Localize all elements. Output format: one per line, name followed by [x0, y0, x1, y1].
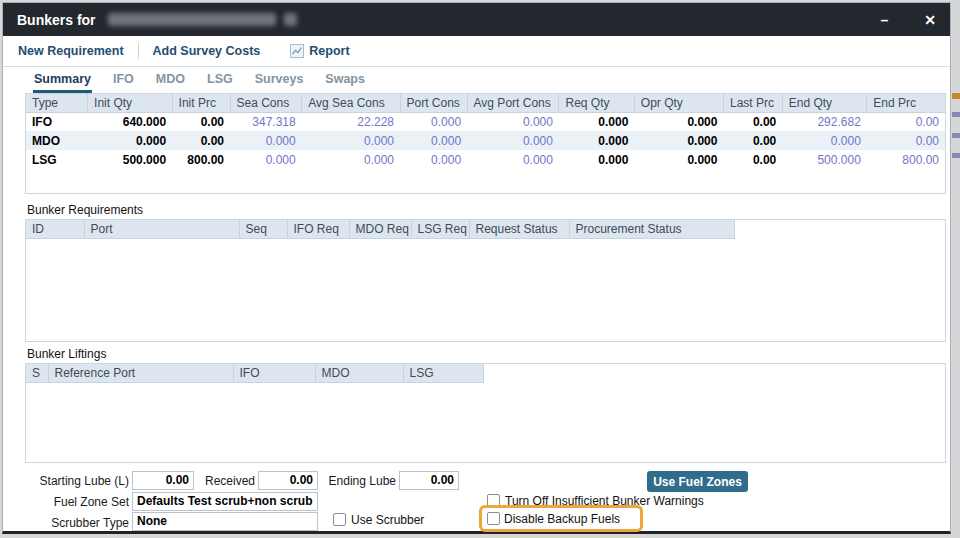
summary-table: Type Init Qty Init Prc Sea Cons Avg Sea … [25, 93, 946, 194]
use-scrubber-checkbox[interactable] [333, 513, 346, 526]
column-header[interactable]: Type [26, 94, 88, 112]
cell-type: IFO [26, 112, 88, 131]
background-window-sliver [952, 0, 960, 538]
column-header[interactable]: Reference Port [48, 364, 233, 382]
cell: 0.00 [172, 131, 230, 150]
cell: 0.00 [867, 131, 945, 150]
cell: 800.00 [867, 150, 945, 169]
column-header[interactable]: ID [26, 220, 84, 238]
cell: 0.00 [723, 131, 782, 150]
column-header[interactable]: MDO [315, 364, 403, 382]
cell-type: LSG [26, 150, 88, 169]
tab-lsg[interactable]: LSG [206, 72, 234, 93]
disable-backup-fuels-checkbox[interactable] [487, 512, 500, 525]
column-header[interactable]: MDO Req [349, 220, 411, 238]
requirements-header-row: ID Port Seq IFO Req MDO Req LSG Req Requ… [26, 220, 945, 238]
add-survey-costs-button[interactable]: Add Survey Costs [153, 44, 261, 58]
tab-ifo[interactable]: IFO [112, 72, 135, 93]
summary-header-row: Type Init Qty Init Prc Sea Cons Avg Sea … [26, 94, 945, 112]
cell: 22.228 [302, 112, 400, 131]
column-header[interactable]: End Prc [867, 94, 945, 112]
cell: 0.00 [723, 112, 782, 131]
column-header[interactable]: LSG Req [411, 220, 469, 238]
cell: 0.000 [467, 150, 559, 169]
column-header[interactable]: IFO [233, 364, 315, 382]
received-input[interactable]: 0.00 [258, 471, 318, 490]
column-header[interactable]: Init Qty [88, 94, 173, 112]
column-header[interactable]: Init Prc [172, 94, 230, 112]
column-header[interactable]: Opr Qty [634, 94, 723, 112]
header-filler [734, 220, 945, 238]
cell: 0.00 [723, 150, 782, 169]
tab-surveys[interactable]: Surveys [254, 72, 305, 93]
cell: 640.000 [88, 112, 173, 131]
table-row[interactable]: MDO 0.000 0.00 0.000 0.000 0.000 0.000 0… [26, 131, 945, 150]
table-row[interactable]: LSG 500.000 800.00 0.000 0.000 0.000 0.0… [26, 150, 945, 169]
cell: 0.000 [634, 150, 723, 169]
toolbar: New Requirement Add Survey Costs Report [3, 36, 950, 67]
close-icon[interactable]: ✕ [924, 13, 936, 27]
column-header[interactable]: Req Qty [559, 94, 634, 112]
column-header[interactable]: IFO Req [287, 220, 349, 238]
column-header[interactable]: Last Prc [723, 94, 782, 112]
report-button[interactable]: Report [290, 44, 349, 58]
cell: 0.000 [559, 131, 634, 150]
disable-backup-fuels-highlight: Disable Backup Fuels [479, 505, 643, 532]
tab-summary[interactable]: Summary [33, 72, 92, 93]
cell: 0.000 [559, 112, 634, 131]
cell: 0.000 [400, 131, 467, 150]
tab-bar: Summary IFO MDO LSG Surveys Swaps [33, 72, 366, 93]
fuel-zone-set-label: Fuel Zone Set [23, 493, 129, 512]
column-header[interactable]: Seq [239, 220, 287, 238]
liftings-header-row: S Reference Port IFO MDO LSG [26, 364, 945, 382]
cell: 0.00 [867, 112, 945, 131]
header-filler [483, 364, 945, 382]
column-header[interactable]: Port [84, 220, 239, 238]
cell: 0.000 [302, 150, 400, 169]
cell: 0.000 [230, 131, 302, 150]
starting-lube-input[interactable]: 0.00 [132, 471, 194, 490]
column-header[interactable]: Sea Cons [230, 94, 302, 112]
use-scrubber-label: Use Scrubber [351, 513, 424, 528]
cell: 0.000 [559, 150, 634, 169]
cell: 0.00 [172, 112, 230, 131]
column-header[interactable]: Request Status [469, 220, 569, 238]
cell: 0.000 [230, 150, 302, 169]
bunker-requirements-label: Bunker Requirements [27, 203, 143, 217]
column-header[interactable]: Avg Sea Cons [302, 94, 400, 112]
cell: 0.000 [88, 131, 173, 150]
cell: 0.000 [634, 131, 723, 150]
cell: 0.000 [400, 150, 467, 169]
cell-type: MDO [26, 131, 88, 150]
column-header[interactable]: S [26, 364, 48, 382]
column-header[interactable]: End Qty [782, 94, 867, 112]
bunker-liftings-label: Bunker Liftings [27, 347, 106, 361]
cell: 0.000 [400, 112, 467, 131]
column-header[interactable]: Port Cons [400, 94, 467, 112]
use-fuel-zones-button[interactable]: Use Fuel Zones [647, 471, 748, 492]
cell: 800.00 [172, 150, 230, 169]
scrubber-type-input[interactable]: None [132, 512, 318, 531]
tab-swaps[interactable]: Swaps [324, 72, 366, 93]
ending-lube-input[interactable]: 0.00 [399, 471, 459, 490]
bunker-requirements-table: ID Port Seq IFO Req MDO Req LSG Req Requ… [25, 219, 946, 342]
title-bar[interactable]: Bunkers for – ✕ [3, 3, 950, 36]
cell: 292.682 [782, 112, 867, 131]
vessel-name-redacted-2 [284, 13, 297, 26]
starting-lube-label: Starting Lube (L) [23, 472, 129, 491]
report-label: Report [309, 44, 349, 58]
minimize-icon[interactable]: – [880, 13, 888, 27]
tab-mdo[interactable]: MDO [155, 72, 186, 93]
column-header[interactable]: LSG [403, 364, 483, 382]
dialog-title: Bunkers for [17, 12, 96, 28]
bunker-liftings-table: S Reference Port IFO MDO LSG [25, 363, 946, 463]
new-requirement-button[interactable]: New Requirement [18, 44, 124, 58]
fuel-zone-set-input[interactable]: Defaults Test scrub+non scrub [132, 492, 318, 511]
column-header[interactable]: Avg Port Cons [467, 94, 559, 112]
ending-lube-label: Ending Lube [328, 472, 396, 491]
column-header[interactable]: Procurement Status [569, 220, 734, 238]
cell: 0.000 [467, 131, 559, 150]
scrubber-type-label: Scrubber Type [23, 514, 129, 533]
table-row[interactable]: IFO 640.000 0.00 347.318 22.228 0.000 0.… [26, 112, 945, 131]
cell: 500.000 [88, 150, 173, 169]
